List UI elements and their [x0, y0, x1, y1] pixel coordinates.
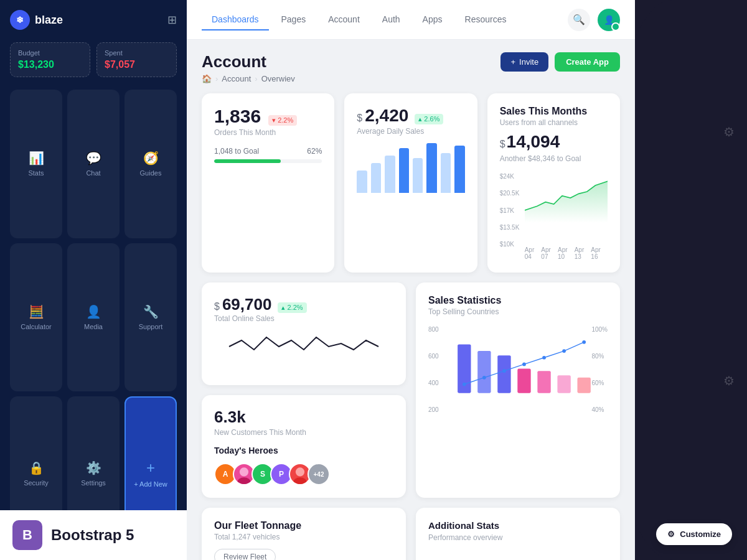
menu-icon[interactable]: ⊞ [167, 13, 177, 27]
daily-sales-card: $ 2,420 ▴ 2.6% Average Daily Sales [344, 93, 477, 273]
settings-icon: ⚙️ [86, 460, 101, 475]
orders-card: 1,836 ▾ 2.2% Orders This Month 1,048 to … [202, 93, 334, 273]
svg-point-4 [293, 477, 306, 485]
review-fleet-button[interactable]: Review Fleet [214, 549, 276, 560]
sales-month-subtitle: Users from all channels [500, 118, 608, 127]
support-label: Support [139, 323, 163, 330]
security-label: Security [24, 479, 49, 487]
extra-card: Additional Stats Performance overview [416, 508, 620, 560]
invite-button[interactable]: + Invite [500, 52, 548, 72]
stats-label: Stats [28, 169, 44, 177]
nav-grid: 📊 Stats 💬 Chat 🧭 Guides 🧮 Calculator 👤 M… [10, 90, 177, 550]
svg-point-13 [482, 376, 486, 380]
sidebar-item-guides[interactable]: 🧭 Guides [125, 90, 177, 238]
left-second: $ 69,700 ▴ 2.2% Total Online Sales 6.3k … [202, 282, 406, 498]
customize-icon: ⚙ [667, 530, 675, 539]
sales-goal: Another $48,346 to Goal [500, 154, 608, 163]
orders-change: ▾ 2.2% [268, 115, 297, 126]
progress-section: 1,048 to Goal 62% [214, 147, 322, 163]
svg-point-12 [463, 383, 466, 386]
topnav-resources[interactable]: Resources [455, 9, 517, 30]
topnav-pages[interactable]: Pages [271, 9, 316, 30]
online-currency: $ [214, 301, 220, 312]
page-header: Account 🏠 › Account › Overwiev + Invite … [202, 52, 620, 83]
topnav-dashboards[interactable]: Dashboards [202, 9, 269, 30]
svg-rect-7 [497, 355, 510, 393]
topnav-right: 🔍 👤 [568, 9, 620, 31]
breadcrumb-home: 🏠 [202, 74, 212, 83]
x-labels: Apr 04 Apr 07 Apr 10 Apr 13 Apr 16 [525, 246, 608, 260]
online-sales-card: $ 69,700 ▴ 2.2% Total Online Sales [202, 282, 406, 385]
right-gear-icon: ⚙ [723, 124, 735, 139]
online-change: ▴ 2.2% [278, 302, 306, 313]
svg-rect-9 [537, 371, 550, 393]
breadcrumb-account: Account [222, 74, 251, 83]
budget-row: Budget $13,230 Spent $7,057 [10, 42, 177, 77]
sidebar-item-support[interactable]: 🔧 Support [125, 243, 177, 392]
page-actions: + Invite Create App [500, 52, 620, 72]
customize-button[interactable]: ⚙ Customize [656, 523, 732, 545]
online-sales-value: 69,700 [222, 295, 272, 314]
combo-chart-container: 800 600 400 200 100% 80% 60% 40% [428, 326, 608, 426]
svg-rect-6 [477, 351, 491, 393]
sales-stats-card: Sales Statistics Top Selling Countries 8… [416, 282, 620, 498]
sidebar-item-media[interactable]: 👤 Media [67, 243, 120, 392]
svg-point-2 [237, 477, 250, 485]
bootstrap-label: Bootstrap 5 [51, 526, 134, 544]
orders-label: Orders This Month [214, 128, 322, 137]
bar-8 [454, 146, 464, 193]
search-button[interactable]: 🔍 [568, 9, 590, 31]
topnav-account[interactable]: Account [318, 9, 370, 30]
support-icon: 🔧 [143, 304, 159, 319]
security-icon: 🔒 [29, 460, 44, 475]
svg-point-18 [582, 340, 586, 344]
invite-label: Invite [519, 57, 538, 67]
spent-card: Spent $7,057 [96, 42, 177, 77]
sidebar-item-stats[interactable]: 📊 Stats [10, 90, 62, 238]
budget-label: Budget [18, 49, 82, 57]
sidebar-item-calculator[interactable]: 🧮 Calculator [10, 243, 62, 392]
daily-sales-change: ▴ 2.6% [415, 114, 443, 124]
topnav-auth[interactable]: Auth [372, 9, 410, 30]
stats-grid: 1,836 ▾ 2.2% Orders This Month 1,048 to … [202, 93, 620, 273]
bar-2 [371, 163, 381, 193]
svg-point-15 [522, 363, 526, 366]
fleet-card: Our Fleet Tonnage Total 1,247 vehicles R… [202, 508, 406, 560]
sales-amount: 14,094 [507, 132, 560, 152]
media-label: Media [84, 323, 103, 330]
progress-meta: 1,048 to Goal 62% [214, 147, 322, 156]
svg-rect-8 [517, 369, 530, 393]
main: Dashboards Pages Account Auth Apps Resou… [187, 0, 635, 560]
sidebar: ❄ blaze ⊞ Budget $13,230 Spent $7,057 📊 … [0, 0, 187, 560]
svg-marker-0 [525, 181, 608, 223]
right-panel-shape [635, 0, 747, 560]
bar-4 [399, 148, 409, 193]
customize-label: Customize [680, 530, 721, 539]
customers-label: New Customers This Month [214, 428, 393, 437]
calculator-icon: 🧮 [29, 304, 44, 319]
media-icon: 👤 [86, 304, 101, 319]
guides-label: Guides [140, 169, 162, 177]
goal-pct: 62% [307, 147, 322, 156]
bar-6 [426, 143, 436, 193]
heroes-title: Today's Heroes [214, 446, 393, 455]
fleet-subtitle: Total 1,247 vehicles [214, 533, 393, 541]
breadcrumb-overwiev: Overwiev [261, 74, 295, 83]
progress-bar [214, 159, 322, 163]
bar-3 [385, 156, 395, 193]
orders-value: 1,836 [214, 106, 261, 127]
right-gear-icon-2: ⚙ [723, 373, 735, 388]
sales-svg [525, 173, 608, 223]
daily-sales-label: Average Daily Sales [357, 127, 464, 136]
bar-chart [357, 143, 464, 193]
goal-label: 1,048 to Goal [214, 147, 259, 156]
settings-label: Settings [81, 479, 106, 487]
daily-sales-value: 2,420 [365, 106, 408, 126]
create-app-button[interactable]: Create App [555, 52, 620, 72]
topnav-apps[interactable]: Apps [413, 9, 453, 30]
add-new-icon: + [146, 459, 155, 477]
sidebar-item-chat[interactable]: 💬 Chat [67, 90, 120, 238]
third-row: Our Fleet Tonnage Total 1,247 vehicles R… [202, 508, 620, 560]
logo-text: blaze [35, 14, 63, 27]
user-avatar[interactable]: 👤 [598, 9, 620, 31]
